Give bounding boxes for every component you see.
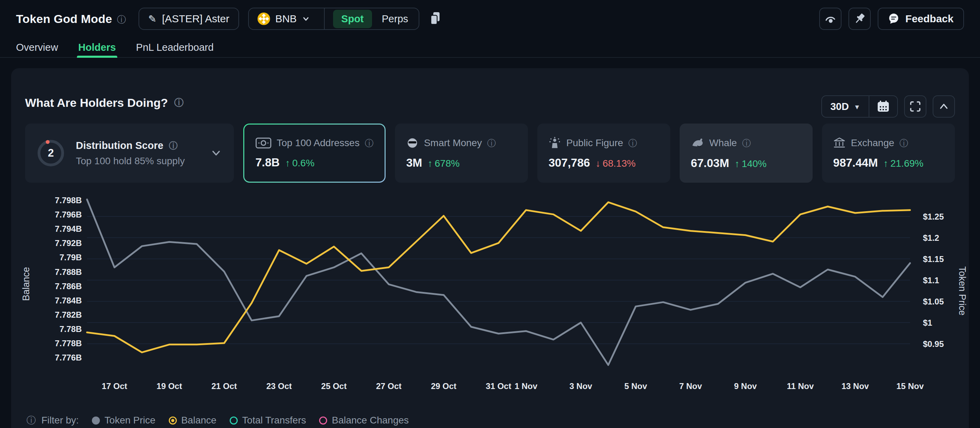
stat-label: Smart Money	[424, 137, 482, 149]
panel-controls: 30D ▼	[821, 95, 955, 118]
svg-text:$1: $1	[923, 318, 932, 328]
watch-eye-icon	[823, 12, 837, 26]
chain-selector[interactable]: BNB	[249, 8, 318, 29]
token-name: [ASTER] Aster	[162, 13, 229, 25]
watch-button[interactable]	[819, 8, 842, 30]
collapse-button[interactable]	[933, 95, 955, 118]
svg-text:25 Oct: 25 Oct	[321, 381, 347, 391]
svg-text:7.788B: 7.788B	[55, 267, 82, 277]
svg-text:7.786B: 7.786B	[55, 282, 82, 291]
chain-market-group: BNB Spot Perps	[248, 8, 419, 30]
top-bar: Token God Mode ⓘ ✎ [ASTER] Aster BNB Spo…	[0, 0, 980, 38]
svg-text:Token Price: Token Price	[957, 266, 967, 315]
smart-money-icon	[406, 137, 418, 149]
svg-text:15 Nov: 15 Nov	[896, 381, 924, 391]
exchange-bank-icon	[833, 137, 846, 149]
calendar-button[interactable]	[869, 96, 897, 117]
stat-card-whale[interactable]: Whale ⓘ 67.03M ↑ 140%	[680, 124, 813, 183]
tab-holders[interactable]: Holders	[78, 38, 116, 57]
svg-text:21 Oct: 21 Oct	[211, 381, 237, 391]
legend-balance[interactable]: Balance	[169, 415, 216, 426]
fullscreen-icon	[908, 100, 922, 113]
svg-text:$1.05: $1.05	[923, 297, 944, 306]
stat-label: Top 100 Addresses	[277, 137, 360, 149]
distribution-text: Distribution Score ⓘ Top 100 hold 85% su…	[76, 140, 199, 167]
svg-text:$1.25: $1.25	[923, 212, 944, 221]
info-icon[interactable]: ⓘ	[117, 15, 126, 24]
feedback-label: Feedback	[905, 13, 953, 25]
bnb-icon	[257, 12, 270, 25]
svg-text:5 Nov: 5 Nov	[624, 381, 647, 391]
arrow-down-icon: ↓	[595, 158, 600, 169]
tab-pnl-leaderboard[interactable]: PnL Leaderboard	[136, 38, 214, 57]
stat-label: Whale	[709, 137, 737, 149]
holders-activity-chart: 7.798B7.796B7.794B7.792B7.79B7.788B7.786…	[11, 186, 969, 402]
legend-balance-changes[interactable]: Balance Changes	[319, 415, 409, 426]
svg-text:23 Oct: 23 Oct	[266, 381, 292, 391]
holders-panel: What Are Holders Doing? ⓘ 30D ▼	[11, 68, 969, 428]
spot-tab[interactable]: Spot	[333, 10, 372, 28]
svg-text:7.782B: 7.782B	[55, 310, 82, 320]
info-icon[interactable]: ⓘ	[169, 141, 178, 150]
copy-address-button[interactable]	[429, 11, 442, 26]
stat-change: ↑ 21.69%	[883, 158, 923, 169]
stat-card-smart-money[interactable]: Smart Money ⓘ 3M ↑ 678%	[395, 124, 528, 183]
info-icon[interactable]: ⓘ	[174, 98, 184, 108]
chevron-up-icon	[937, 100, 951, 113]
distribution-title: Distribution Score	[76, 140, 163, 151]
distribution-score-card[interactable]: 2 Distribution Score ⓘ Top 100 hold 85% …	[25, 124, 234, 183]
stat-change: ↑ 0.6%	[285, 158, 315, 169]
info-icon[interactable]: ⓘ	[628, 139, 637, 148]
arrow-up-icon: ↑	[883, 158, 888, 169]
stat-value: 3M	[406, 156, 422, 169]
pin-icon	[853, 12, 867, 26]
selected-card-border: Top 100 Addresses ⓘ 7.8B ↑ 0.6%	[243, 124, 386, 183]
info-icon[interactable]: ⓘ	[742, 139, 751, 148]
stat-card-public-figure[interactable]: Public Figure ⓘ 307,786 ↓ 68.13%	[537, 124, 670, 183]
total-transfers-swatch	[230, 417, 238, 425]
legend-total-transfers[interactable]: Total Transfers	[230, 415, 306, 426]
svg-text:7.798B: 7.798B	[55, 196, 82, 205]
svg-text:$1.1: $1.1	[923, 275, 939, 285]
svg-text:13 Nov: 13 Nov	[842, 381, 869, 391]
edit-pencil-icon: ✎	[148, 13, 156, 25]
balance-changes-swatch	[319, 417, 327, 425]
money-icon	[255, 137, 272, 149]
legend-label: Total Transfers	[242, 415, 306, 426]
svg-text:27 Oct: 27 Oct	[376, 381, 401, 391]
distribution-score-value: 2	[36, 138, 65, 168]
stat-value: 987.44M	[833, 156, 878, 169]
stat-card-exchange[interactable]: Exchange ⓘ 987.44M ↑ 21.69%	[822, 124, 955, 183]
svg-text:7.778B: 7.778B	[55, 339, 82, 348]
timeframe-value: 30D	[830, 101, 849, 112]
legend-token-price[interactable]: Token Price	[92, 415, 155, 426]
perps-tab[interactable]: Perps	[374, 10, 416, 28]
filter-legend: ⓘ Filter by: Token Price Balance Total T…	[27, 415, 409, 426]
feedback-button[interactable]: Feedback	[878, 8, 964, 30]
stat-label: Exchange	[851, 137, 894, 149]
copy-icon	[429, 11, 442, 26]
chevron-down-icon[interactable]	[210, 146, 223, 160]
tab-overview[interactable]: Overview	[16, 38, 58, 57]
svg-text:7.776B: 7.776B	[55, 353, 82, 362]
svg-text:3 Nov: 3 Nov	[570, 381, 592, 391]
pin-button[interactable]	[848, 8, 871, 30]
timeframe-dropdown[interactable]: 30D ▼	[822, 96, 869, 117]
panel-title-text: What Are Holders Doing?	[25, 96, 168, 110]
stat-card-top100[interactable]: Top 100 Addresses ⓘ 7.8B ↑ 0.6%	[244, 124, 385, 181]
filter-label: Filter by:	[41, 415, 79, 426]
fullscreen-button[interactable]	[904, 95, 926, 118]
stat-change: ↓ 68.13%	[595, 158, 635, 169]
timeframe-group: 30D ▼	[821, 95, 898, 118]
chain-name: BNB	[275, 13, 297, 25]
svg-text:7.79B: 7.79B	[59, 253, 82, 262]
svg-text:7.794B: 7.794B	[55, 224, 82, 234]
token-selector[interactable]: ✎ [ASTER] Aster	[138, 8, 239, 30]
svg-text:Balance: Balance	[21, 267, 31, 301]
info-icon[interactable]: ⓘ	[487, 139, 496, 148]
info-icon[interactable]: ⓘ	[365, 139, 374, 148]
svg-text:7.796B: 7.796B	[55, 210, 82, 219]
info-icon[interactable]: ⓘ	[900, 139, 908, 148]
svg-text:$1.2: $1.2	[923, 233, 939, 243]
info-icon[interactable]: ⓘ	[27, 416, 36, 425]
